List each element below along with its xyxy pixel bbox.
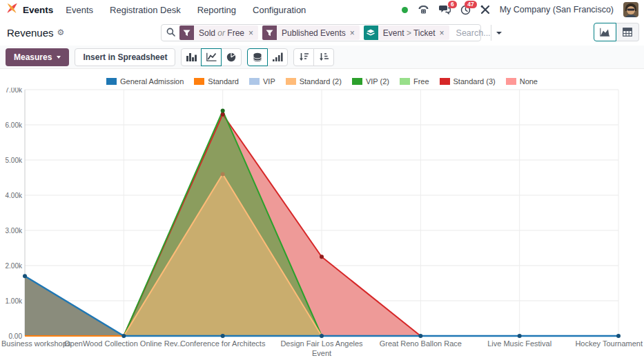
search-facet[interactable]: Published Events× bbox=[262, 26, 360, 40]
graph-toolbar: Measures Insert in Spreadsheet bbox=[0, 46, 644, 69]
area-chart-icon bbox=[600, 28, 610, 37]
search-facets: Sold or Free×Published Events×Event > Ti… bbox=[179, 26, 453, 40]
legend-item[interactable]: Standard bbox=[194, 77, 239, 86]
line-chart-icon bbox=[206, 52, 217, 61]
legend-label: Standard bbox=[208, 77, 239, 86]
revenues-area-chart[interactable]: 0.001.00k2.00k3.00k4.00k5.00k6.00k7.00kB… bbox=[0, 88, 644, 358]
y-tick-label: 1.00k bbox=[6, 297, 23, 305]
facet-label: Event > Ticket bbox=[378, 28, 438, 38]
bar-chart-icon bbox=[186, 52, 197, 61]
x-tick-label: Business workshops bbox=[1, 339, 71, 348]
x-axis-title: Event bbox=[312, 349, 331, 357]
search-facet[interactable]: Sold or Free× bbox=[179, 26, 258, 40]
legend-item[interactable]: General Admission bbox=[106, 77, 184, 86]
page-title: Revenues bbox=[7, 27, 54, 39]
view-switcher bbox=[594, 23, 639, 41]
bar-chart-button[interactable] bbox=[181, 48, 202, 66]
legend-label: VIP (2) bbox=[366, 77, 389, 86]
menu-item-reporting[interactable]: Reporting bbox=[197, 5, 236, 15]
navbar-menu: EventsRegistration DeskReportingConfigur… bbox=[66, 5, 306, 15]
data-point[interactable] bbox=[616, 334, 621, 338]
pivot-view-button[interactable] bbox=[616, 23, 639, 41]
legend-swatch bbox=[352, 78, 362, 85]
tools-icon[interactable] bbox=[480, 5, 490, 14]
data-point[interactable] bbox=[320, 255, 324, 259]
menu-item-configuration[interactable]: Configuration bbox=[253, 5, 306, 15]
data-point[interactable] bbox=[221, 172, 225, 176]
legend-swatch bbox=[249, 78, 260, 85]
stacked-database-icon bbox=[253, 52, 262, 62]
legend-item[interactable]: None bbox=[506, 77, 538, 86]
legend-item[interactable]: Standard (3) bbox=[440, 77, 496, 86]
legend-item[interactable]: VIP bbox=[249, 77, 275, 86]
breadcrumb: Revenues ⚙ bbox=[7, 27, 64, 39]
search-input[interactable]: Search... bbox=[456, 28, 491, 38]
sort-ascending-button[interactable] bbox=[313, 48, 334, 66]
chevron-down-icon bbox=[496, 32, 502, 34]
menu-item-events[interactable]: Events bbox=[66, 5, 93, 15]
data-point[interactable] bbox=[221, 334, 225, 338]
pie-chart-icon bbox=[226, 52, 236, 62]
chevron-down-icon bbox=[57, 56, 61, 59]
legend-label: None bbox=[520, 77, 538, 86]
search-options-toggle[interactable] bbox=[491, 25, 507, 41]
legend-swatch bbox=[286, 78, 296, 85]
legend-item[interactable]: Free bbox=[400, 77, 429, 86]
insert-in-spreadsheet-button[interactable]: Insert in Spreadsheet bbox=[75, 48, 175, 66]
data-point[interactable] bbox=[23, 274, 27, 278]
x-tick-label: Great Reno Ballon Race bbox=[380, 339, 462, 348]
pivot-table-icon bbox=[623, 28, 632, 37]
messages-badge: 6 bbox=[448, 1, 457, 8]
facet-label: Sold or Free bbox=[194, 28, 247, 38]
y-tick-label: 5.00k bbox=[6, 157, 23, 164]
facet-label: Published Events bbox=[277, 28, 349, 38]
stacked-toggle-button[interactable] bbox=[247, 48, 268, 66]
measures-button[interactable]: Measures bbox=[6, 48, 69, 66]
systray: 6 47 My Company (San Francisco) bbox=[402, 2, 638, 17]
messages-icon[interactable]: 6 bbox=[439, 5, 451, 14]
chart-legend: General AdmissionStandardVIPStandard (2)… bbox=[0, 69, 644, 88]
search-facet[interactable]: Event > Ticket× bbox=[364, 26, 449, 40]
sort-group bbox=[293, 48, 334, 66]
y-tick-label: 2.00k bbox=[6, 262, 23, 270]
legend-label: VIP bbox=[263, 77, 275, 86]
facet-remove-icon[interactable]: × bbox=[247, 28, 258, 38]
activities-clock-icon[interactable]: 47 bbox=[460, 5, 471, 15]
user-avatar[interactable] bbox=[623, 2, 638, 17]
y-tick-label: 7.00k bbox=[6, 88, 23, 94]
odoo-events-logo-icon bbox=[6, 2, 19, 17]
facet-remove-icon[interactable]: × bbox=[349, 28, 360, 38]
chart-type-group bbox=[181, 48, 242, 66]
gear-icon[interactable]: ⚙ bbox=[57, 28, 65, 37]
legend-item[interactable]: Standard (2) bbox=[286, 77, 342, 86]
sort-descending-button[interactable] bbox=[293, 48, 314, 66]
pie-chart-button[interactable] bbox=[221, 48, 242, 66]
activities-badge: 47 bbox=[465, 1, 476, 8]
voip-phone-icon[interactable] bbox=[418, 5, 429, 14]
app-switcher[interactable]: Events bbox=[6, 2, 53, 17]
data-point[interactable] bbox=[320, 334, 324, 338]
legend-label: Standard (3) bbox=[453, 77, 496, 86]
search-icon bbox=[166, 27, 175, 39]
x-tick-label: Design Fair Los Angeles bbox=[280, 339, 363, 348]
cumulative-toggle-button[interactable] bbox=[267, 48, 288, 66]
graph-view-button[interactable] bbox=[594, 23, 616, 41]
facet-remove-icon[interactable]: × bbox=[438, 28, 449, 38]
menu-item-registration-desk[interactable]: Registration Desk bbox=[110, 5, 181, 15]
y-tick-label: 6.00k bbox=[6, 121, 23, 129]
data-point[interactable] bbox=[121, 334, 126, 338]
y-tick-label: 4.00k bbox=[6, 192, 23, 199]
line-chart-button[interactable] bbox=[201, 48, 222, 66]
line-options-group bbox=[247, 48, 288, 66]
x-tick-label: OpenWood Collection Online Rev... bbox=[64, 339, 184, 348]
data-point[interactable] bbox=[418, 334, 422, 338]
company-name[interactable]: My Company (San Francisco) bbox=[500, 5, 614, 14]
data-point[interactable] bbox=[221, 109, 225, 113]
top-navbar: Events EventsRegistration DeskReportingC… bbox=[0, 0, 644, 19]
legend-item[interactable]: VIP (2) bbox=[352, 77, 389, 86]
x-tick-label: Live Music Festival bbox=[487, 339, 552, 348]
measures-label: Measures bbox=[14, 52, 52, 62]
data-point[interactable] bbox=[518, 334, 522, 338]
x-tick-label: Hockey Tournament bbox=[575, 339, 643, 348]
search-bar[interactable]: Sold or Free×Published Events×Event > Ti… bbox=[161, 24, 481, 41]
